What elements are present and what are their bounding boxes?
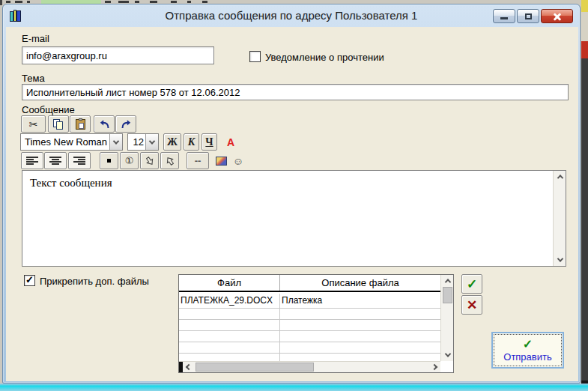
scrollbar-thumb[interactable] xyxy=(196,363,314,372)
bold-button[interactable]: Ж xyxy=(163,133,181,151)
maximize-icon xyxy=(525,13,532,19)
align-left-button[interactable] xyxy=(21,152,43,169)
font-size-select[interactable]: 12 xyxy=(127,133,159,151)
chevron-down-icon xyxy=(444,351,450,357)
redo-button[interactable] xyxy=(115,115,136,133)
font-size-dropdown-button[interactable] xyxy=(145,134,158,150)
scroll-down-button[interactable] xyxy=(441,349,454,361)
attachments-table-header: Файл Описание файла xyxy=(179,275,440,292)
font-color-button[interactable]: А xyxy=(224,133,237,151)
file-name-cell[interactable]: ПЛАТЕЖКА_29.DOCX xyxy=(179,294,280,308)
scroll-up-button[interactable] xyxy=(554,171,566,183)
chevron-right-icon xyxy=(431,364,437,370)
message-scrollbar[interactable] xyxy=(553,171,566,266)
read-receipt-label: Уведомление о прочтении xyxy=(265,52,384,63)
align-center-button[interactable] xyxy=(44,152,67,169)
arrow-up-left-icon xyxy=(163,154,177,168)
align-left-icon xyxy=(25,156,39,166)
read-receipt-checkbox[interactable] xyxy=(249,51,261,62)
align-right-button[interactable] xyxy=(68,152,91,169)
paste-button[interactable] xyxy=(70,115,91,133)
dialog-window: Отправка сообщения по адресу Пользовател… xyxy=(2,4,581,384)
scroll-down-button[interactable] xyxy=(554,254,566,266)
minimize-icon xyxy=(500,17,508,19)
chevron-down-icon xyxy=(557,255,563,261)
email-label: E-mail xyxy=(22,33,49,44)
undo-button[interactable] xyxy=(94,115,115,133)
scrollbar-thumb[interactable] xyxy=(443,287,452,303)
send-button[interactable]: ✓ Отправить xyxy=(491,332,564,369)
attachments-table: Файл Описание файла ПЛАТЕЖКА_29.DOCX Пла… xyxy=(178,274,454,373)
underline-button[interactable]: Ч xyxy=(201,133,217,151)
bullet-list-button[interactable] xyxy=(100,152,118,169)
table-row[interactable] xyxy=(179,342,440,354)
scroll-left-button[interactable] xyxy=(183,362,195,372)
image-icon xyxy=(216,157,227,166)
insert-smiley-button[interactable]: ☺ xyxy=(231,152,245,169)
attach-files-checkbox[interactable] xyxy=(24,275,35,286)
numbered-list-icon: ① xyxy=(125,156,134,166)
chevron-down-icon xyxy=(113,138,119,144)
insert-image-button[interactable] xyxy=(213,152,228,169)
italic-icon: К xyxy=(188,136,196,148)
font-family-value: Times New Roman xyxy=(21,136,109,148)
close-icon xyxy=(553,13,562,20)
chevron-up-icon xyxy=(444,279,450,285)
underline-icon: Ч xyxy=(205,136,213,148)
subject-input[interactable] xyxy=(22,84,569,100)
font-family-select[interactable]: Times New Roman xyxy=(20,133,123,151)
maximize-button[interactable] xyxy=(517,9,539,23)
align-center-icon xyxy=(49,156,62,166)
indent-button[interactable] xyxy=(140,152,159,169)
numbered-list-button[interactable]: ① xyxy=(120,152,139,169)
paragraph-toolbar: ① -- ☺ xyxy=(20,152,567,170)
minimize-button[interactable] xyxy=(493,9,515,23)
message-text[interactable]: Текст сообщения xyxy=(30,177,112,190)
font-color-icon: А xyxy=(227,136,234,148)
arrow-down-right-icon xyxy=(142,154,157,168)
undo-icon xyxy=(99,119,110,129)
scroll-up-button[interactable] xyxy=(441,275,454,287)
font-family-dropdown-button[interactable] xyxy=(109,134,122,150)
email-input[interactable] xyxy=(22,46,214,64)
cut-button[interactable]: ✂ xyxy=(21,115,46,133)
bold-icon: Ж xyxy=(167,136,178,148)
table-horizontal-scrollbar[interactable] xyxy=(179,361,440,372)
table-vertical-scrollbar[interactable] xyxy=(440,275,453,361)
screen: Отправка сообщения по адресу Пользовател… xyxy=(0,0,588,391)
chevron-left-icon xyxy=(186,364,192,370)
send-button-label: Отправить xyxy=(503,351,551,363)
copy-icon xyxy=(53,119,64,130)
message-body-editor[interactable]: Текст сообщения xyxy=(22,170,566,267)
italic-button[interactable]: К xyxy=(184,133,199,151)
scroll-right-button[interactable] xyxy=(428,362,440,372)
dialog-client-area: E-mail Уведомление о прочтении Тема Сооб… xyxy=(6,27,578,381)
table-row[interactable] xyxy=(179,320,440,331)
close-button[interactable] xyxy=(541,9,573,23)
smiley-icon: ☺ xyxy=(233,155,243,167)
outdent-button[interactable] xyxy=(160,152,179,169)
font-size-value: 12 xyxy=(128,136,145,148)
file-description-cell[interactable]: Платежка xyxy=(280,294,440,308)
bullet-icon xyxy=(107,159,111,163)
clipboard-toolbar: ✂ xyxy=(20,115,567,133)
table-row[interactable] xyxy=(179,331,440,342)
column-header-file: Файл xyxy=(179,275,280,291)
copy-button[interactable] xyxy=(48,115,69,133)
paste-icon xyxy=(76,119,85,130)
confirm-attachment-button[interactable]: ✓ xyxy=(461,274,482,294)
red-x-icon: ✕ xyxy=(467,297,477,313)
green-check-icon: ✓ xyxy=(467,276,477,292)
table-row[interactable]: ПЛАТЕЖКА_29.DOCX Платежка xyxy=(179,294,440,309)
horizontal-line-button[interactable]: -- xyxy=(187,152,209,169)
delete-attachment-button[interactable]: ✕ xyxy=(461,295,482,315)
titlebar[interactable]: Отправка сообщения по адресу Пользовател… xyxy=(3,4,580,27)
dashes-icon: -- xyxy=(195,155,201,166)
background-right-strip xyxy=(581,0,588,391)
subject-label: Тема xyxy=(22,73,45,84)
table-row[interactable] xyxy=(179,309,440,320)
font-toolbar: Times New Roman 12 Ж К Ч А xyxy=(20,133,567,151)
cut-icon: ✂ xyxy=(29,119,38,130)
column-header-description: Описание файла xyxy=(280,275,440,291)
table-row[interactable] xyxy=(179,354,440,361)
